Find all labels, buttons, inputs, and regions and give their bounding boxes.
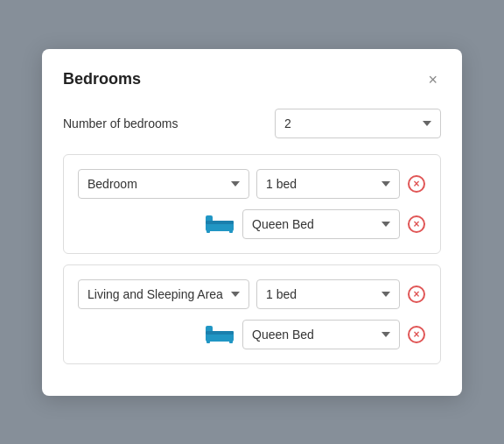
num-bedrooms-select[interactable]: 1 2 3 4 5 6 <box>275 109 441 138</box>
remove-button-2-bed[interactable]: × <box>407 325 426 344</box>
remove-button-2-type[interactable]: × <box>407 285 426 304</box>
modal-title: Bedrooms <box>63 70 141 88</box>
bed-icon-2 <box>204 321 235 348</box>
modal-header: Bedrooms × <box>63 70 441 89</box>
bedroom-row-1-bed: Single Bed Twin Bed Double Bed Queen Bed… <box>78 209 426 239</box>
svg-rect-2 <box>206 229 210 233</box>
remove-circle-icon-2-bed: × <box>408 326 425 343</box>
close-button[interactable]: × <box>424 70 441 89</box>
bed-type-select-1[interactable]: Single Bed Twin Bed Double Bed Queen Bed… <box>242 209 400 239</box>
bed-count-select-2[interactable]: 1 bed 2 beds 3 beds <box>256 279 400 309</box>
svg-rect-7 <box>206 340 210 343</box>
svg-rect-3 <box>229 229 233 233</box>
bed-type-select-2[interactable]: Single Bed Twin Bed Double Bed Queen Bed… <box>242 320 400 349</box>
svg-rect-9 <box>206 331 234 335</box>
bed-count-select-1[interactable]: 1 bed 2 beds 3 beds <box>256 169 400 199</box>
remove-button-1-type[interactable]: × <box>407 174 426 194</box>
bed-icon-1 <box>204 210 235 237</box>
bedroom-section-1: Bedroom Living and Sleeping Area Common … <box>63 154 441 254</box>
bedroom-section-2: Bedroom Living and Sleeping Area Common … <box>63 264 441 364</box>
remove-circle-icon-1: × <box>408 175 425 193</box>
bedroom-row-1-type: Bedroom Living and Sleeping Area Common … <box>78 169 426 199</box>
room-type-select-2[interactable]: Bedroom Living and Sleeping Area Common … <box>78 279 249 309</box>
svg-rect-4 <box>206 221 234 224</box>
modal-dialog: Bedrooms × Number of bedrooms 1 2 3 4 5 … <box>42 49 462 396</box>
room-type-select-1[interactable]: Bedroom Living and Sleeping Area Common … <box>78 169 249 199</box>
remove-button-1-bed[interactable]: × <box>407 215 426 234</box>
remove-circle-icon-1-bed: × <box>408 215 425 233</box>
num-bedrooms-label: Number of bedrooms <box>63 116 275 130</box>
bedroom-row-2-type: Bedroom Living and Sleeping Area Common … <box>78 279 426 309</box>
svg-rect-8 <box>229 340 233 343</box>
remove-circle-icon-2: × <box>408 285 425 303</box>
modal-overlay: Bedrooms × Number of bedrooms 1 2 3 4 5 … <box>0 0 504 444</box>
num-bedrooms-row: Number of bedrooms 1 2 3 4 5 6 <box>63 109 441 138</box>
bedroom-row-2-bed: Single Bed Twin Bed Double Bed Queen Bed… <box>78 320 426 349</box>
